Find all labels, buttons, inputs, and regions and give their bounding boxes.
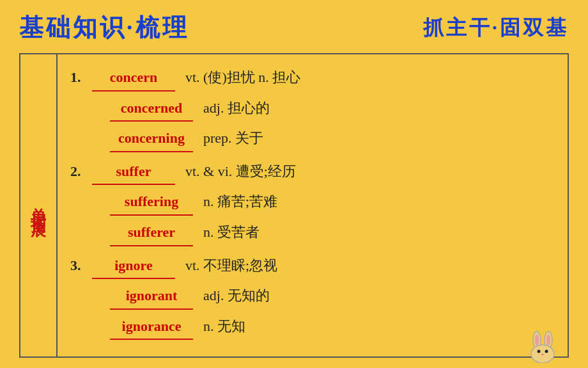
word-definition: vt. & vi. 遭受;经历 [185, 159, 296, 184]
svg-point-7 [541, 354, 544, 355]
word-definition: prep. 关于 [203, 125, 263, 151]
word-row: ignorancen. 无知 [70, 314, 555, 340]
word-blank: concerned [110, 95, 193, 122]
word-group: 1.concernvt. (使)担忧 n. 担心concernedadj. 担心… [70, 65, 555, 152]
word-row: ignorantadj. 无知的 [70, 283, 555, 310]
svg-point-1 [535, 334, 539, 346]
word-definition: vt. (使)担忧 n. 担心 [185, 65, 300, 90]
word-row: 2.suffervt. & vi. 遭受;经历 [70, 159, 555, 186]
main-box: 单词拓展 1.concernvt. (使)担忧 n. 担心concernedad… [19, 53, 569, 358]
word-group: 2.suffervt. & vi. 遭受;经历sufferingn. 痛苦;苦难… [70, 159, 555, 246]
word-blank: concerning [110, 125, 193, 152]
word-blank: sufferer [110, 220, 193, 246]
word-blank: ignore [92, 253, 175, 280]
svg-point-6 [545, 350, 548, 353]
word-row: 1.concernvt. (使)担忧 n. 担心 [70, 65, 555, 92]
side-label: 单词拓展 [20, 54, 58, 356]
rabbit-decoration [524, 331, 569, 363]
word-row: sufferingn. 痛苦;苦难 [70, 189, 555, 216]
word-definition: n. 痛苦;苦难 [203, 189, 277, 214]
word-definition: n. 受苦者 [203, 220, 259, 245]
word-number: 3. [70, 253, 88, 278]
word-definition: adj. 无知的 [203, 283, 270, 308]
content-area: 1.concernvt. (使)担忧 n. 担心concernedadj. 担心… [58, 54, 568, 356]
word-row: concernedadj. 担心的 [70, 95, 555, 122]
svg-point-5 [538, 350, 541, 353]
word-blank: ignorance [110, 314, 193, 340]
word-definition: vt. 不理睬;忽视 [185, 253, 277, 278]
word-row: sufferern. 受苦者 [70, 220, 555, 246]
word-number: 1. [70, 65, 88, 90]
word-definition: n. 无知 [203, 314, 245, 339]
word-number: 2. [70, 159, 88, 184]
header-right-title: 抓主干·固双基 [423, 14, 569, 42]
word-group: 3.ignorevt. 不理睬;忽视ignorantadj. 无知的ignora… [70, 253, 555, 340]
svg-point-3 [546, 334, 551, 346]
word-blank: suffer [92, 159, 175, 186]
word-row: 3.ignorevt. 不理睬;忽视 [70, 253, 555, 280]
header-left-title: 基础知识·梳理 [19, 12, 189, 44]
word-blank: suffering [110, 189, 193, 216]
word-definition: adj. 担心的 [203, 95, 270, 121]
header: 基础知识·梳理 抓主干·固双基 [0, 0, 588, 53]
word-blank: ignorant [110, 283, 193, 310]
word-row: concerningprep. 关于 [70, 125, 555, 152]
word-blank: concern [92, 65, 175, 92]
